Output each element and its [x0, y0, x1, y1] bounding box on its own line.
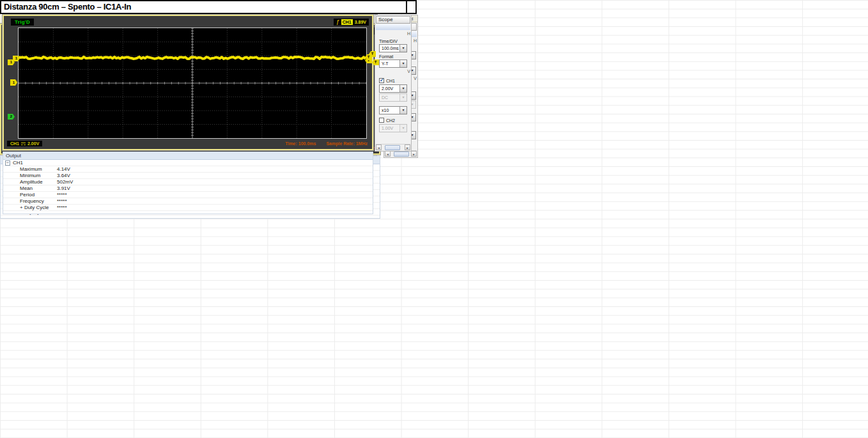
measurement-value: 4.14V [57, 166, 70, 172]
measurement-value: ***** [57, 198, 67, 204]
coupling-select[interactable]: DC ▾ [379, 93, 407, 102]
scope-panel-header: Scope [376, 16, 410, 24]
measurement-row: Maximum 4.14V [3, 166, 373, 173]
ch1-readout-badge: CH1 2.00V [7, 141, 42, 146]
scope-display-area: 1T [18, 27, 367, 139]
measurement-value: ***** [57, 192, 67, 198]
measurement-row: + Duty Cycle ***** [3, 205, 373, 211]
ch1-checkbox-label: CH1 [386, 79, 395, 83]
ch1-volts-select[interactable]: 2.00V ▾ [379, 84, 407, 93]
measurement-value: 3.64V [57, 173, 70, 178]
measurement-value: ***** [57, 205, 67, 210]
chevron-down-icon[interactable]: ▾ [399, 45, 407, 52]
scope-header: Trig'D ƒ CH1 3.89V [5, 17, 371, 27]
coupling-value: DC [382, 95, 388, 100]
ch2-volts-select[interactable]: 1.00V ▾ [379, 124, 407, 132]
time-per-div-readout: Time: 100.0ms [285, 141, 316, 146]
probe-value: x10 [382, 108, 389, 113]
chevron-down-icon[interactable]: ▾ [399, 60, 407, 67]
chevron-down-icon[interactable]: ▾ [399, 107, 407, 114]
output-group-label: CH1 [13, 160, 23, 166]
time-div-select[interactable]: 100.0ms ▾ [379, 44, 407, 52]
scroll-right-icon[interactable]: ▸ [411, 151, 417, 157]
output-panel: Output − CH1 Maximum 4.14V Minimum 3.64V [3, 152, 373, 214]
sample-rate-readout: Sample Rate: 1MHz [326, 141, 368, 146]
measurement-value: 3.91V [57, 185, 70, 191]
measurement-label: Maximum [3, 166, 42, 172]
measurement-row: Frequency ***** [3, 198, 373, 205]
ch2-enable-row: CH2 [379, 118, 411, 123]
ch1-checkbox[interactable] [379, 78, 384, 83]
output-panel-header: Output [3, 152, 373, 160]
measurement-label: Frequency [3, 198, 44, 204]
time-div-label: Time/DIV [379, 39, 411, 43]
measurement-label: Minimum [3, 173, 40, 178]
trigger-status: Trig'D [11, 19, 34, 26]
chevron-down-icon[interactable]: ▾ [399, 85, 407, 92]
scope-capture-quadrant: Distanza 90cm – Spento – IC1A-In Trig'D … [0, 0, 412, 214]
ch1-volts-value: 2.00V [382, 86, 393, 91]
control-panel: Scope H Time/DIV 100.0ms ▾ Format Y-T ▾ … [375, 15, 412, 152]
ch1-enable-row: CH1 [379, 78, 411, 83]
trigger-channel-badge: CH1 [341, 19, 353, 25]
scrollbar-thumb[interactable] [385, 145, 400, 150]
capture-title: Distanza 90cm – Spento – IC1A-In [0, 0, 407, 14]
scroll-left-icon[interactable]: ◂ [376, 145, 382, 150]
scope-screen [18, 27, 367, 139]
scroll-right-icon[interactable]: ▸ [405, 145, 410, 150]
ch1-badge-label: CH1 [10, 141, 19, 146]
format-label: Format [379, 54, 411, 59]
oscilloscope-window: Trig'D ƒ CH1 3.89V 1T CH1 [3, 15, 373, 150]
ch2-checkbox-label: CH2 [386, 118, 395, 123]
chevron-down-icon: ▾ [399, 125, 407, 132]
scope-footer: CH1 2.00V Time: 100.0ms Sample Rate: 1MH… [5, 139, 371, 148]
measurement-label: Period [3, 192, 35, 198]
format-select[interactable]: Y-T ▾ [379, 59, 407, 68]
vertical-section-label: V [375, 69, 411, 75]
probe-select[interactable]: x10 ▾ [379, 106, 407, 114]
measurement-label: Mean [3, 185, 33, 191]
measurement-value: 502mV [57, 179, 73, 185]
measurement-row: Minimum 3.64V [3, 173, 373, 179]
measurement-row: Mean 3.91V [3, 185, 373, 192]
ch1-badge-volts: 2.00V [27, 141, 39, 146]
measurement-row: Amplitude 502mV [3, 179, 373, 185]
time-div-value: 100.0ms [382, 46, 399, 51]
trigger-readout: ƒ CH1 3.89V [334, 19, 369, 26]
trigger-edge-icon: ƒ [336, 19, 339, 25]
ch2-checkbox[interactable] [379, 118, 384, 123]
timebase-readouts: Time: 100.0ms Sample Rate: 1MHz [285, 141, 369, 146]
horizontal-section-label: H [375, 31, 411, 37]
trigger-level-value: 3.89V [355, 20, 366, 24]
measurement-row: Period ***** [3, 192, 373, 198]
measurement-label: + Duty Cycle [3, 205, 49, 210]
output-channel-group: − CH1 [3, 160, 373, 166]
collapse-icon[interactable]: − [5, 160, 10, 166]
ch2-volts-value: 1.00V [382, 126, 393, 130]
dc-coupling-icon [21, 143, 26, 145]
horizontal-scrollbar[interactable]: ◂ ▸ [376, 144, 410, 150]
chevron-down-icon: ▾ [399, 94, 407, 101]
panel-accent-strip [376, 24, 410, 30]
format-value: Y-T [382, 61, 389, 66]
measurement-label: Amplitude [3, 179, 43, 185]
